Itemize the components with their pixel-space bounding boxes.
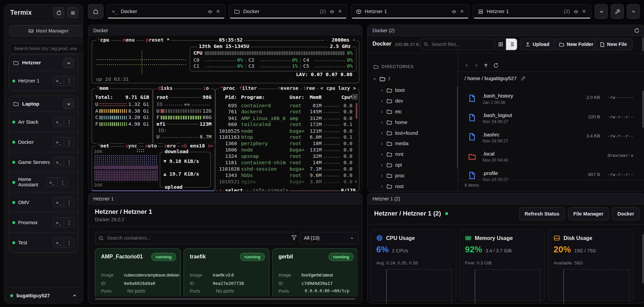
host-terminal-button[interactable]: >_	[53, 218, 64, 227]
split-icon[interactable]	[451, 9, 457, 14]
split-icon[interactable]	[329, 9, 335, 14]
current-path: / home / bugattiguy527	[465, 75, 517, 81]
stats-scrollbar[interactable]	[642, 234, 644, 284]
back-icon[interactable]	[465, 63, 469, 68]
tree-item[interactable]: etc	[380, 109, 402, 114]
host-item[interactable]: Docker >_⋮	[9, 132, 78, 152]
container-card[interactable]: gerbil running Image fosrl/gerbil:latest…	[272, 248, 358, 297]
tree-item[interactable]: boot	[380, 87, 405, 93]
container-card[interactable]: AMP_Factorio01 running Image cubecoders/…	[95, 248, 181, 297]
group-collapse-button[interactable]	[63, 99, 74, 109]
host-terminal-button[interactable]: >_	[53, 137, 64, 146]
file-manager-button[interactable]: File Manager	[568, 207, 609, 220]
tabbar-expand-button[interactable]	[627, 4, 640, 19]
tree-scrollbar[interactable]	[457, 86, 458, 169]
proc-info[interactable]: info	[252, 188, 265, 192]
tree-item[interactable]: proc	[380, 173, 405, 179]
host-item[interactable]: OMV >_⋮	[9, 192, 78, 212]
host-name: Arr Stack	[18, 119, 50, 125]
pane-scrollbar[interactable]	[642, 37, 644, 51]
files-search-input[interactable]	[431, 42, 492, 47]
tab-bar: >_ Docker ✕ Docker (2) ✕ Hetzner 1	[88, 4, 640, 19]
package-icon	[356, 9, 362, 14]
tree-item[interactable]: media	[380, 141, 409, 146]
host-item[interactable]: Home Assistant >_⋮	[9, 172, 78, 192]
host-group-header[interactable]: Hetzner	[9, 55, 78, 71]
tree-item[interactable]: mnt	[380, 151, 404, 157]
container-card[interactable]: traefik running Image traefik:v3.6 ID 9e…	[183, 248, 269, 297]
folder-icon	[386, 141, 392, 146]
docker-button[interactable]: Docker	[612, 207, 640, 220]
split-icon[interactable]	[207, 9, 213, 14]
proc-select[interactable]: select	[224, 188, 244, 192]
tree-item[interactable]: root	[380, 183, 404, 189]
tree-item[interactable]: lost+found	[380, 130, 418, 136]
host-item[interactable]: Test >_⋮	[9, 232, 78, 252]
host-terminal-button[interactable]: >_	[53, 158, 64, 167]
btop-terminal[interactable]: ¹cpu menu preset * 05:35:52 - 2000ms + 1…	[88, 36, 362, 191]
list-view-button[interactable]	[506, 39, 517, 50]
host-group-header[interactable]: Laptop	[9, 96, 78, 112]
proc-signals[interactable]: signals	[267, 188, 289, 192]
proc-scroll-down[interactable]: ↓	[354, 179, 357, 184]
refresh-icon[interactable]	[634, 28, 640, 33]
host-menu-button[interactable]: ⋮	[64, 117, 74, 126]
tabbar-tools-button[interactable]	[611, 4, 624, 19]
tree-item[interactable]: dev	[380, 98, 403, 104]
tree-item[interactable]: home	[380, 119, 408, 125]
host-menu-button[interactable]: ⋮	[64, 158, 74, 167]
grid-view-button[interactable]	[495, 39, 506, 50]
tab-docker-terminal[interactable]: >_ Docker ✕	[107, 4, 225, 19]
btop-net-box: ³net sync auto zero <b ens18 n> 30K 30K …	[92, 146, 215, 191]
sidebar-refresh-button[interactable]	[53, 7, 64, 18]
proc-scroll-up[interactable]: ↑	[352, 94, 358, 100]
new-folder-button[interactable]: New Folder	[554, 38, 599, 51]
refresh-status-button[interactable]: Refresh Status	[519, 207, 565, 220]
status-filter-dropdown[interactable]: All (13)	[300, 232, 359, 244]
host-manager-button[interactable]: Host Manager	[9, 25, 83, 37]
files-scrollbar[interactable]	[642, 91, 644, 128]
host-item[interactable]: Arr Stack >_⋮	[9, 112, 78, 132]
split-icon[interactable]	[573, 9, 579, 14]
host-menu-button[interactable]: ⋮	[64, 218, 74, 227]
host-menu-button[interactable]: ⋮	[57, 178, 68, 187]
close-icon[interactable]: ✕	[338, 9, 342, 14]
new-file-button[interactable]: New File	[595, 38, 632, 51]
tab-docker-files[interactable]: Docker (2) ✕	[229, 4, 347, 19]
close-icon[interactable]: ✕	[582, 9, 586, 14]
tree-item[interactable]: opt	[380, 162, 402, 168]
tree-root[interactable]: /	[373, 76, 390, 82]
tab-hetzner1[interactable]: Hetzner 1 ✕	[351, 4, 470, 19]
tab-hetzner1-stats[interactable]: Hetzner 1 (2) ✕	[473, 4, 591, 19]
tabbar-collapse-button[interactable]	[595, 4, 608, 19]
host-terminal-button[interactable]: >_	[53, 76, 64, 85]
proc-scrollbar-thumb[interactable]	[356, 103, 357, 119]
filter-icon[interactable]	[291, 235, 297, 240]
refresh-icon[interactable]	[493, 63, 499, 68]
host-menu-button[interactable]: ⋮	[64, 137, 74, 146]
close-icon[interactable]: ✕	[460, 9, 464, 14]
host-item[interactable]: Proxmox >_⋮	[9, 212, 78, 232]
host-menu-button[interactable]: ⋮	[64, 76, 74, 85]
host-menu-button[interactable]: ⋮	[64, 198, 74, 207]
host-terminal-button[interactable]: >_	[53, 198, 64, 207]
close-icon[interactable]: ✕	[216, 9, 220, 14]
host-item[interactable]: Game Servers >_⋮	[9, 152, 78, 172]
host-terminal-button[interactable]: >_	[53, 117, 64, 126]
tree-label: root	[395, 183, 404, 189]
up-icon[interactable]	[483, 63, 488, 68]
home-button[interactable]	[88, 4, 104, 19]
host-menu-button[interactable]: ⋮	[64, 238, 74, 247]
host-terminal-button[interactable]: >_	[53, 238, 64, 247]
group-collapse-button[interactable]	[63, 57, 74, 68]
sidebar-menu-button[interactable]	[67, 7, 78, 18]
container-search-input[interactable]	[106, 235, 291, 241]
host-search-input[interactable]	[13, 46, 80, 51]
upload-button[interactable]: Upload	[520, 38, 555, 51]
cards-hscrollbar[interactable]	[95, 298, 355, 300]
user-row[interactable]: bugattiguy527	[4, 287, 83, 303]
host-item[interactable]: Hetzner 1 >_ ⋮	[9, 71, 78, 91]
forward-icon[interactable]	[474, 63, 478, 68]
edit-path-icon[interactable]	[521, 76, 526, 81]
host-terminal-button[interactable]: >_	[47, 178, 57, 187]
